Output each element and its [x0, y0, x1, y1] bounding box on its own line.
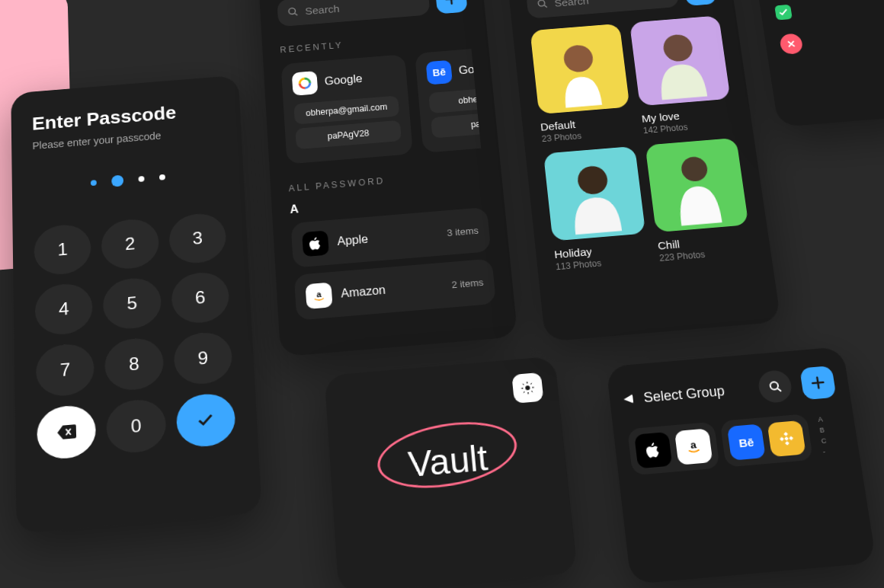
search-icon [536, 0, 548, 8]
list-item[interactable] [779, 25, 884, 54]
key-1[interactable]: 1 [34, 223, 91, 276]
passcode-dot [91, 180, 97, 186]
svg-point-7 [525, 385, 530, 390]
close-button[interactable] [779, 33, 803, 55]
svg-line-1 [295, 13, 298, 15]
key-6[interactable]: 6 [171, 270, 230, 325]
checkbox-checked[interactable] [774, 5, 793, 21]
svg-rect-20 [789, 436, 793, 440]
check-icon [779, 8, 789, 16]
album-thumb [645, 138, 748, 232]
svg-point-14 [770, 382, 778, 390]
add-group-button[interactable] [799, 366, 836, 400]
search-input[interactable]: Search [277, 0, 430, 27]
settings-button[interactable] [511, 372, 543, 404]
svg-point-13 [680, 156, 709, 183]
passcode-dot [159, 174, 165, 181]
plus-icon [810, 375, 826, 390]
partial-list-screen: B [743, 0, 884, 127]
keypad: 1 2 3 4 5 6 7 8 9 0 [34, 212, 236, 461]
password-count: 3 items [447, 225, 479, 238]
list-item[interactable] [774, 0, 884, 21]
backspace-icon [57, 424, 76, 439]
recent-pass: paPAg [431, 109, 481, 138]
album-item[interactable]: My love 142 Photos [629, 15, 735, 136]
key-8[interactable]: 8 [104, 336, 164, 391]
alpha-index[interactable]: A B C - [818, 415, 829, 455]
svg-point-12 [576, 165, 609, 196]
svg-line-15 [777, 388, 781, 391]
recent-list: Google obherpa@gmail.com paPAgV28 Bē Goo… [281, 49, 482, 164]
group-brands-row: a Bē A B C - [627, 411, 846, 475]
brand-group[interactable]: Bē [720, 414, 813, 467]
search-icon [768, 380, 782, 393]
album-grid: Default 23 Photos My love 142 Photos Hol… [530, 15, 753, 272]
svg-point-8 [538, 0, 545, 6]
passwords-screen: Passwords Search RECENTLY Google obherpa… [256, 0, 517, 357]
svg-point-0 [289, 8, 296, 14]
passcode-dot [111, 175, 123, 187]
svg-text:a: a [690, 439, 698, 452]
passcode-dot [138, 176, 144, 182]
recent-email: obherpa@g [428, 85, 481, 113]
key-7[interactable]: 7 [36, 342, 95, 398]
svg-point-10 [562, 44, 594, 73]
search-button[interactable] [757, 369, 793, 404]
behance-icon: Bē [727, 423, 766, 460]
recent-name: Google [458, 62, 481, 77]
key-backspace[interactable] [37, 404, 97, 461]
password-name: Amazon [341, 283, 386, 300]
svg-rect-19 [784, 436, 789, 441]
recent-item[interactable]: Google obherpa@gmail.com paPAgV28 [281, 54, 413, 164]
svg-rect-18 [780, 437, 784, 442]
search-icon [287, 7, 298, 17]
passcode-screen: Enter Passcode Please enter your passcod… [11, 75, 261, 534]
binance-icon [767, 420, 806, 457]
albums-screen: Albums Search Default 23 Photos My love … [501, 0, 781, 342]
vault-logo: Vault [344, 431, 551, 491]
key-2[interactable]: 2 [101, 217, 159, 270]
key-5[interactable]: 5 [103, 276, 162, 331]
svg-text:a: a [316, 290, 322, 299]
gear-icon [519, 380, 536, 397]
amazon-icon: a [674, 428, 713, 465]
album-thumb [543, 146, 645, 241]
recent-item[interactable]: Bē Google obherpa@g paPAg [415, 49, 481, 153]
select-group-screen: Select Group a Bē A B C - [606, 347, 876, 584]
key-3[interactable]: 3 [168, 212, 227, 265]
check-icon [197, 414, 213, 427]
key-9[interactable]: 9 [173, 331, 233, 386]
search-placeholder: Search [554, 0, 589, 8]
album-thumb [629, 15, 731, 106]
add-album-button[interactable] [683, 0, 716, 6]
password-name: Apple [337, 233, 369, 248]
add-password-button[interactable] [435, 0, 468, 14]
google-icon [292, 71, 319, 96]
behance-icon: Bē [426, 60, 453, 85]
amazon-icon: a [306, 283, 333, 309]
password-item[interactable]: a Amazon 2 items [294, 258, 496, 320]
recent-name: Google [324, 72, 363, 88]
apple-icon [302, 230, 329, 257]
password-item[interactable]: Apple 3 items [291, 207, 492, 268]
key-0[interactable]: 0 [106, 398, 166, 455]
album-item[interactable]: Holiday 113 Photos [543, 146, 649, 272]
apple-icon [634, 432, 672, 468]
passcode-dots [33, 170, 223, 194]
svg-rect-21 [785, 441, 790, 446]
svg-rect-17 [783, 432, 788, 436]
search-placeholder: Search [305, 2, 340, 16]
recent-email: obherpa@gmail.com [293, 95, 399, 124]
password-count: 2 items [451, 276, 484, 290]
search-input[interactable]: Search [526, 0, 680, 18]
key-submit[interactable] [175, 391, 236, 449]
album-item[interactable]: Chill 223 Photos [645, 138, 753, 264]
svg-line-9 [544, 5, 547, 8]
plus-icon [444, 0, 458, 5]
brand-group[interactable]: a [627, 422, 720, 476]
album-item[interactable]: Default 23 Photos [530, 24, 633, 144]
back-button[interactable] [623, 394, 634, 404]
svg-point-11 [661, 34, 693, 62]
vault-text: Vault [407, 437, 489, 484]
key-4[interactable]: 4 [35, 282, 94, 337]
